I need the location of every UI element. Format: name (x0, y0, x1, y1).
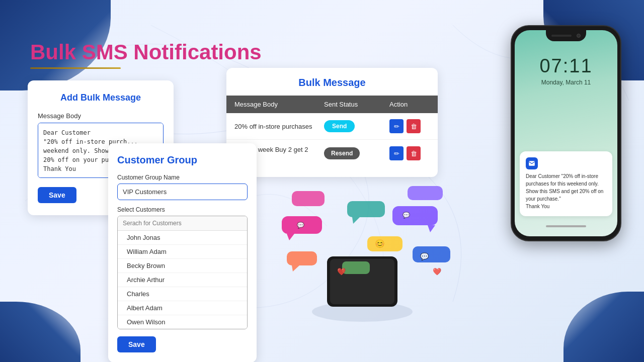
resend-button-2[interactable]: Resend (324, 147, 360, 159)
list-item[interactable]: Albert Adam (118, 301, 247, 315)
page-title-section: Bulk SMS Notifications (30, 40, 262, 69)
svg-marker-5 (287, 234, 294, 240)
edit-button-1[interactable]: ✏ (389, 119, 404, 133)
table-row: Offer of week Buy 2 get 2 50% Resend ✏ 🗑 (226, 140, 438, 167)
chat-bubbles-illustration: 😊 💬 💬 💬 ❤️ ❤️ (267, 176, 458, 327)
delete-button-2[interactable]: 🗑 (407, 146, 421, 160)
page-title: Bulk SMS Notifications (30, 40, 262, 64)
phone-message-bubble: Dear Customer "20% off in-store purchase… (520, 151, 612, 216)
action-icons-2: ✏ 🗑 (389, 146, 430, 160)
svg-marker-8 (428, 225, 435, 232)
add-bulk-save-button[interactable]: Save (38, 187, 76, 203)
table-header: Message Body Sent Status Action (226, 96, 438, 113)
status-cell-2: Resend (324, 147, 389, 159)
phone-app-icon (526, 157, 538, 169)
svg-marker-14 (292, 265, 299, 272)
send-button-1[interactable]: Send (324, 120, 355, 132)
phone-speaker (551, 35, 572, 37)
svg-text:💬: 💬 (403, 211, 410, 219)
phone-mockup: 07:11 Monday, March 11 Dear Customer "20… (511, 25, 621, 241)
customers-dropdown: John Jonas William Adam Becky Brown Arch… (117, 216, 248, 329)
list-item[interactable]: Charles (118, 287, 247, 301)
phone-camera (577, 34, 581, 38)
svg-rect-10 (347, 201, 385, 217)
bg-corner-bottom-right (564, 292, 644, 362)
list-item[interactable]: William Adam (118, 245, 247, 259)
search-customers-input[interactable] (118, 216, 247, 231)
svg-rect-12 (367, 236, 403, 251)
edit-button-2[interactable]: ✏ (389, 146, 404, 160)
col-action: Action (389, 101, 430, 108)
customer-list: John Jonas William Adam Becky Brown Arch… (118, 231, 247, 329)
svg-text:❤️: ❤️ (433, 267, 442, 276)
phone-date: Monday, March 11 (541, 79, 591, 86)
bg-corner-bottom-left (0, 302, 80, 362)
svg-rect-7 (392, 206, 438, 225)
svg-rect-13 (287, 251, 317, 265)
svg-text:💬: 💬 (420, 252, 429, 261)
delete-button-1[interactable]: 🗑 (407, 119, 421, 133)
phone-time: 07:11 (539, 55, 592, 77)
list-item[interactable]: Archie Arthur (118, 273, 247, 287)
table-row: 20% off in-store purchases Send ✏ 🗑 (226, 113, 438, 140)
status-cell-1: Send (324, 120, 389, 132)
svg-text:❤️: ❤️ (337, 267, 346, 276)
col-message-body: Message Body (234, 101, 324, 108)
customer-group-save-button[interactable]: Save (117, 336, 156, 352)
svg-rect-6 (292, 191, 325, 206)
svg-rect-9 (408, 186, 443, 200)
customer-group-title: Customer Group (117, 154, 248, 166)
add-bulk-card-title: Add Bulk Message (38, 93, 164, 103)
col-sent-status: Sent Status (324, 101, 389, 108)
group-name-input[interactable] (117, 184, 248, 200)
page-title-underline (30, 67, 121, 69)
svg-rect-15 (413, 246, 450, 262)
customer-group-card: Customer Group Customer Group Name Selec… (108, 143, 257, 362)
list-item[interactable]: Owen Wilson (118, 315, 247, 329)
message-body-label: Message Body (38, 112, 164, 120)
svg-rect-16 (342, 261, 370, 274)
group-name-label: Customer Group Name (117, 174, 248, 181)
svg-text:💬: 💬 (297, 221, 304, 229)
search-wrapper (118, 216, 247, 231)
svg-marker-11 (352, 217, 360, 224)
select-customers-label: Select Customers (117, 206, 248, 213)
action-icons-1: ✏ 🗑 (389, 119, 430, 133)
message-text-1: 20% off in-store purchases (234, 123, 324, 130)
list-item[interactable]: Becky Brown (118, 259, 247, 273)
phone-home-indicator (546, 225, 586, 227)
list-item[interactable]: John Jonas (118, 231, 247, 245)
svg-text:😊: 😊 (375, 239, 385, 248)
phone-screen: 07:11 Monday, March 11 Dear Customer "20… (515, 30, 617, 236)
phone-notch (546, 30, 586, 41)
bulk-message-title: Bulk Message (226, 68, 438, 96)
phone-message-text: Dear Customer "20% off in-store purchase… (526, 172, 606, 210)
bulk-message-card: Bulk Message Message Body Sent Status Ac… (226, 68, 438, 177)
